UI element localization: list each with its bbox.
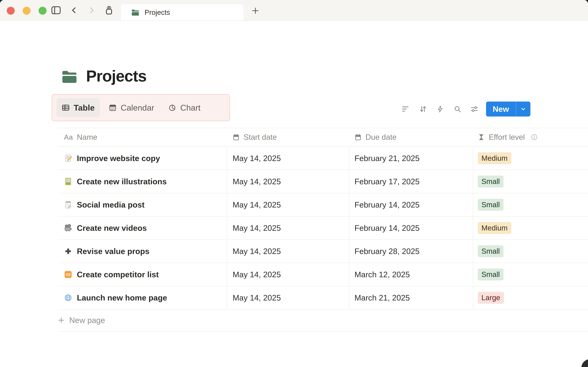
effort-badge: Small [478,245,503,257]
cell-name[interactable]: VS Create competitor list [64,263,159,286]
chart-view-icon [168,104,176,112]
effort-badge: Small [478,199,503,211]
table-row[interactable]: Launch new home page May 14, 2025 March … [58,286,588,309]
table-bottom-border [58,331,588,332]
effort-badge: Large [478,292,504,304]
view-tab-chart[interactable]: Chart [163,98,206,117]
tab-folder-icon [131,8,140,16]
cell-effort-level[interactable]: Medium [478,147,511,170]
table-row[interactable]: VS Create competitor list May 14, 2025 M… [58,263,588,286]
table-row[interactable]: Create new videos May 14, 2025 February … [58,217,588,240]
views-callout: Table Calendar Chart [52,94,230,121]
effort-badge: Small [478,268,503,280]
page-icon-folder[interactable] [61,68,78,86]
back-icon[interactable] [67,3,81,17]
table-row[interactable]: Social media post May 14, 2025 February … [58,193,588,217]
info-icon[interactable] [531,134,538,141]
filter-icon[interactable] [402,105,409,113]
calendar-icon [355,134,362,141]
tab-title: Projects [145,8,170,17]
cell-effort-level[interactable]: Small [478,170,503,193]
cell-effort-level[interactable]: Medium [478,217,511,240]
table-header-row: Aa Name Start date Due date [58,128,588,147]
framed-picture-emoji [64,177,72,186]
cell-effort-level[interactable]: Small [478,240,503,263]
chevron-down-icon[interactable] [516,106,530,112]
hourglass-icon [478,134,485,141]
search-icon[interactable] [454,105,461,113]
tab-projects[interactable]: Projects [121,4,243,20]
forward-icon[interactable] [84,3,99,17]
table-row[interactable]: Revise value props May 14, 2025 February… [58,240,588,263]
zoom-window-button[interactable] [39,7,47,15]
cell-name[interactable]: Create new illustrations [64,170,167,193]
spiral-notepad-emoji [64,201,72,209]
cell-due-date[interactable]: February 17, 2025 [355,170,420,193]
column-header-due-date[interactable]: Due date [355,128,397,147]
view-tab-calendar-label: Calendar [121,103,154,112]
column-header-effort-level[interactable]: Effort level [478,128,538,147]
window-tab-bar: Projects [0,0,588,21]
calendar-icon [233,134,240,141]
new-button[interactable]: New [486,101,530,117]
column-header-name[interactable]: Aa Name [64,128,97,147]
effort-badge: Medium [478,222,511,234]
cell-due-date[interactable]: March 12, 2025 [355,263,410,286]
cell-name[interactable]: Revise value props [64,240,149,263]
view-tab-chart-label: Chart [180,103,200,112]
globe-emoji [64,294,72,302]
cell-due-date[interactable]: February 14, 2025 [355,193,420,216]
cell-name[interactable]: Create new videos [64,217,147,240]
new-page-label: New page [69,316,105,325]
new-page-button[interactable]: New page [58,310,588,331]
cell-effort-level[interactable]: Small [478,263,503,286]
cell-start-date[interactable]: May 14, 2025 [233,147,281,170]
cell-effort-level[interactable]: Small [478,193,503,216]
view-settings-sliders-icon[interactable] [471,105,478,113]
cell-name[interactable]: Launch new home page [64,286,167,309]
cell-start-date[interactable]: May 14, 2025 [233,286,281,309]
cell-due-date[interactable]: February 21, 2025 [355,147,420,170]
close-window-button[interactable] [7,7,15,15]
cell-name[interactable]: Improve website copy [64,147,160,170]
heavy-plus-emoji [64,247,72,255]
plus-icon [58,317,65,324]
text-property-icon: Aa [64,133,73,141]
cell-start-date[interactable]: May 14, 2025 [233,193,281,216]
effort-badge: Small [478,175,503,187]
new-tab-plus-icon[interactable] [248,3,263,18]
sort-icon[interactable] [419,105,427,113]
cell-start-date[interactable]: May 14, 2025 [233,170,281,193]
history-icon[interactable] [102,3,116,17]
help-button[interactable] [581,359,588,367]
traffic-lights [7,7,47,15]
table-view-icon [62,104,70,112]
view-tab-table[interactable]: Table [57,98,100,117]
table-row[interactable]: Improve website copy May 14, 2025 Februa… [58,147,588,170]
cell-name[interactable]: Social media post [64,193,145,216]
new-button-label: New [486,104,516,114]
memo-emoji [64,154,72,162]
sidebar-toggle-icon[interactable] [49,3,63,17]
column-header-start-date[interactable]: Start date [233,128,277,147]
minimize-window-button[interactable] [23,7,31,15]
effort-badge: Medium [478,152,511,164]
cell-effort-level[interactable]: Large [478,286,504,309]
calendar-view-icon [109,104,117,112]
film-projector-emoji [64,224,72,232]
cell-start-date[interactable]: May 14, 2025 [233,263,281,286]
automation-lightning-icon[interactable] [437,105,444,113]
cell-due-date[interactable]: February 14, 2025 [355,217,420,240]
cell-start-date[interactable]: May 14, 2025 [233,240,281,263]
page-title[interactable]: Projects [86,67,146,85]
view-tab-table-label: Table [74,103,95,112]
svg-text:VS: VS [66,273,71,277]
vs-button-emoji: VS [64,270,72,279]
app-window: Projects Projects Table [0,0,588,367]
cell-start-date[interactable]: May 14, 2025 [233,217,281,240]
cell-due-date[interactable]: March 21, 2025 [355,286,410,309]
cell-due-date[interactable]: February 28, 2025 [355,240,420,263]
view-tab-calendar[interactable]: Calendar [104,98,159,117]
table-row[interactable]: Create new illustrations May 14, 2025 Fe… [58,170,588,193]
